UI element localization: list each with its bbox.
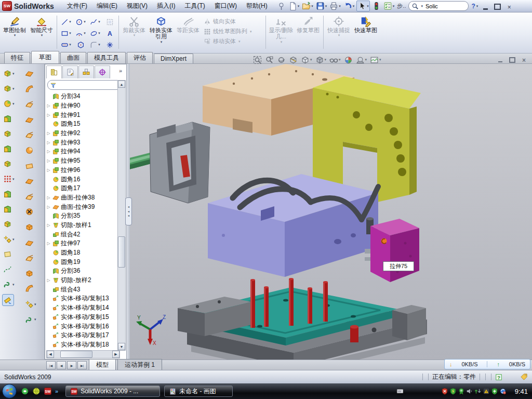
tray-system-warning[interactable] <box>483 388 490 395</box>
ribbon-convert-entities-button[interactable]: 转换实体引用▾ <box>148 15 175 44</box>
ribbon-display-delete-relations-button[interactable]: 显示/删除几...▾ <box>268 15 295 44</box>
surfaces-toolbar-extruded-surface[interactable] <box>24 68 35 79</box>
tree-item[interactable]: 实体-移动/复制17 <box>46 331 119 340</box>
surfaces-toolbar-thicken[interactable] <box>24 268 35 279</box>
surfaces-toolbar-curve-tool[interactable]: ▾ <box>24 314 37 325</box>
document-tab-0[interactable]: 模型 <box>89 359 116 370</box>
menu-item-2[interactable]: 视图(V) <box>122 0 152 12</box>
qhelp-icon[interactable]: ? <box>495 374 502 381</box>
expand-arrow-icon[interactable]: ▷ <box>46 113 51 117</box>
headsup-section-view-button[interactable] <box>289 56 298 64</box>
headsup-edit-appearance-button[interactable] <box>344 56 353 64</box>
tree-item[interactable]: ▷拉伸92 <box>46 129 119 138</box>
tree-item[interactable]: ▷拉伸95 <box>46 156 119 166</box>
headsup-zoom-fit-button[interactable] <box>253 56 262 64</box>
options-checklist-button[interactable]: ▾ <box>383 1 395 11</box>
tree-filter-input[interactable] <box>47 80 123 90</box>
search-input[interactable] <box>424 3 458 10</box>
headsup-view-settings-button[interactable]: ▾ <box>370 56 381 64</box>
tray-keyboard[interactable] <box>396 388 404 395</box>
headsup-apply-scene-button[interactable]: ▾ <box>356 56 367 64</box>
features-toolbar-reference-geometry[interactable]: ▾ <box>2 234 16 245</box>
surfaces-toolbar-reference-geometry[interactable]: ▾ <box>24 299 37 310</box>
surfaces-toolbar-revolved-surface[interactable] <box>24 84 35 95</box>
panel-tabs-overflow[interactable]: » <box>119 65 124 79</box>
expand-arrow-icon[interactable]: ▷ <box>46 131 51 136</box>
tag-icon[interactable] <box>520 373 528 381</box>
undo-button[interactable]: ▾ <box>343 1 355 11</box>
part-gray-block[interactable] <box>150 122 210 203</box>
features-toolbar-move-copy-body[interactable] <box>2 219 13 230</box>
surfaces-toolbar-knit-surface[interactable] <box>24 283 35 294</box>
features-toolbar-instant3d[interactable] <box>2 294 14 306</box>
tree-item[interactable]: ▷切除-放样1 <box>46 221 119 230</box>
features-toolbar-lofted-boss[interactable] <box>2 128 13 139</box>
tree-item[interactable]: ▷拉伸90 <box>46 101 119 111</box>
expand-arrow-icon[interactable]: ▷ <box>46 158 51 163</box>
ribbon-move-entities-button[interactable]: 移动实体▾ <box>204 37 262 45</box>
features-toolbar-split-feature[interactable] <box>2 204 13 215</box>
features-toolbar-swept-boss[interactable] <box>2 113 13 124</box>
features-toolbar-plane[interactable] <box>2 249 13 260</box>
search-input-wrap[interactable]: ▾ <box>408 1 469 11</box>
ribbon-quick-snaps-button[interactable]: 快速捕捉▾ <box>325 15 352 37</box>
features-toolbar-spline-tool[interactable]: ▾ <box>2 279 16 290</box>
taskbar-task-1[interactable]: 未命名 - 画图 <box>164 385 233 397</box>
tray-sync-status[interactable] <box>499 388 507 395</box>
graphics-area[interactable] <box>130 64 532 360</box>
command-tab-5[interactable]: DimXpert <box>154 54 193 63</box>
ribbon-linear-sketch-pattern-button[interactable]: 线性草图阵列▾ <box>204 28 262 35</box>
help-dropdown-caret[interactable]: ▾ <box>476 4 478 8</box>
menu-item-3[interactable]: 插入(I) <box>152 0 180 12</box>
menu-item-0[interactable]: 文件(F) <box>62 0 92 12</box>
tray-volume[interactable] <box>466 388 473 395</box>
quicklaunch-overflow[interactable]: » <box>55 388 58 394</box>
sketch-tool-circle[interactable]: ▾ <box>73 16 88 28</box>
ribbon-offset-entities-button[interactable]: 等距实体 <box>175 15 202 33</box>
sketch-tool-spline[interactable]: ▾ <box>88 16 102 28</box>
menu-item-1[interactable]: 编辑(E) <box>92 0 122 12</box>
tree-item[interactable]: 圆角16 <box>46 175 119 184</box>
tree-item[interactable]: 圆角15 <box>46 119 119 129</box>
quicklaunch-messenger[interactable] <box>21 387 29 395</box>
surfaces-toolbar-filled-surface[interactable] <box>24 145 35 156</box>
ribbon-mirror-entities-button[interactable]: 镜向实体 <box>204 18 262 25</box>
tray-wellness-badge[interactable] <box>458 388 465 395</box>
features-toolbar-shell[interactable] <box>2 143 13 154</box>
pin-button[interactable] <box>276 1 286 11</box>
expand-arrow-icon[interactable]: ▷ <box>46 241 51 246</box>
tree-item[interactable]: ▷曲面-拉伸38 <box>46 193 119 203</box>
help-button[interactable]: ? <box>471 2 475 10</box>
surfaces-toolbar-ruled-surface[interactable] <box>24 191 35 202</box>
expand-arrow-icon[interactable]: ▷ <box>46 195 51 200</box>
panel-tab-property-manager[interactable] <box>62 65 78 78</box>
headsup-view-orientation-button[interactable]: ▾ <box>301 56 312 64</box>
features-toolbar-fillet-feature[interactable]: ▾ <box>2 98 16 109</box>
tree-item[interactable]: 圆角18 <box>46 248 119 258</box>
features-toolbar-draft[interactable] <box>2 189 13 200</box>
new-document-button[interactable]: ▾ <box>288 1 300 11</box>
menu-item-6[interactable]: 帮助(H) <box>242 0 272 12</box>
command-tab-2[interactable]: 曲面 <box>60 52 86 63</box>
part-magenta-block[interactable] <box>370 219 419 282</box>
part-red-cylinder[interactable] <box>350 325 358 343</box>
tree-item[interactable]: 分割36 <box>46 267 119 276</box>
features-toolbar-revolved-boss[interactable]: ▾ <box>2 83 16 94</box>
tree-item[interactable]: 圆角19 <box>46 257 119 267</box>
traffic-light-button[interactable] <box>371 1 381 11</box>
panel-collapse-handle[interactable]: ◂◂◂ <box>125 197 132 225</box>
sketch-tool-line[interactable]: ▾ <box>59 16 73 28</box>
tab-scroll-last[interactable]: ▶| <box>77 361 87 369</box>
surfaces-toolbar-planar-surface[interactable] <box>24 161 35 171</box>
tray-health-shield[interactable] <box>491 388 498 395</box>
surfaces-toolbar-lofted-surface[interactable] <box>24 114 35 125</box>
tree-item[interactable]: 实体-移动/复制14 <box>46 303 119 313</box>
features-toolbar-curve[interactable] <box>2 264 13 275</box>
select-cursor-button[interactable]: ▾ <box>356 1 370 11</box>
sketch-tool-ellipse[interactable]: ▾ <box>88 28 102 39</box>
menu-item-5[interactable]: 窗口(W) <box>210 0 242 12</box>
menu-item-4[interactable]: 工具(T) <box>180 0 209 12</box>
toolbar-misc-button[interactable]: 步.. <box>396 2 406 10</box>
ribbon-repair-sketch-button[interactable]: 修复草图 <box>295 15 322 33</box>
open-folder-button[interactable]: ▾ <box>301 1 314 11</box>
